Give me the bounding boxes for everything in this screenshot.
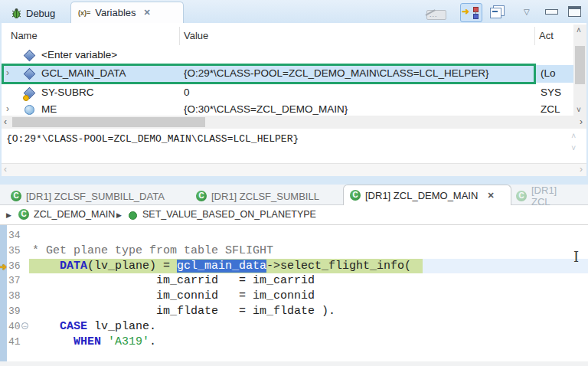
code-editor[interactable]: 34 35 * Get plane type from table SFLIGH… — [0, 225, 588, 361]
code-line-37[interactable]: 37 im_carrid = im_carrid — [0, 273, 588, 289]
class-icon: C — [350, 190, 361, 201]
code-plain: lv_plane. — [87, 320, 156, 333]
table-header: Name Value Act — [2, 25, 586, 46]
view-menu-icon[interactable]: ▽ — [524, 8, 530, 16]
code-line-40[interactable]: 40 − CASE lv_plane. — [0, 319, 588, 335]
code-line-35[interactable]: 35 * Get plane type from table SFLIGHT — [0, 243, 588, 259]
table-row-sy-subrc[interactable]: SY-SUBRC 0 SYS — [2, 84, 574, 101]
object-instance-icon — [24, 105, 34, 115]
class-icon: C — [516, 191, 527, 201]
table-row-me[interactable]: › ME {O:30*\CLASS=ZCL_DEMO_MAIN} ZCL — [2, 101, 574, 116]
table-horizontal-scrollbar[interactable]: ‹ › — [2, 116, 586, 129]
editor-tabbar: C [DR1] ZCLSF_SUMBILL_DATA C [DR1] ZCLSF… — [0, 185, 588, 205]
logical-arrow: ➜ — [462, 6, 469, 17]
row-act: ZCL — [541, 103, 560, 115]
editor-tab-zcl-clipped[interactable]: C [DR1] ZCL_ — [510, 187, 588, 205]
ibeam-cursor: I — [573, 249, 579, 265]
scrollbar-thumb[interactable] — [575, 46, 585, 84]
collapse-all-icon[interactable] — [490, 5, 505, 18]
editor-tab-label: [DR1] ZCLSF_SUMBILL_DATA — [26, 191, 165, 202]
column-separator[interactable] — [179, 27, 180, 45]
code-line-36-current[interactable]: ➜ 36 DATA(lv_plane) = gcl_main_data->sel… — [0, 259, 588, 274]
column-header-name[interactable]: Name — [11, 30, 38, 41]
line-number[interactable]: 38 — [8, 289, 21, 304]
scroll-up-icon[interactable]: ˄ — [577, 26, 581, 34]
scroll-down-icon[interactable]: ˅ — [577, 106, 581, 114]
fold-collapse-icon[interactable]: − — [21, 322, 28, 329]
row-name: <Enter variable> — [41, 49, 117, 60]
code-plain — [32, 335, 74, 348]
variables-table: Name Value Act <Enter variable> › GCL_MA… — [2, 23, 586, 116]
tab-close-icon[interactable]: ✕ — [487, 191, 494, 201]
code-line-41[interactable]: 41 WHEN 'A319'. — [0, 335, 588, 350]
breadcrumb-arrow-icon[interactable]: ▶ — [6, 211, 11, 219]
maximize-icon[interactable] — [568, 6, 581, 17]
code-plain — [101, 335, 108, 348]
breadcrumb-arrow-icon[interactable]: ▶ — [116, 211, 122, 219]
line-number[interactable]: 37 — [8, 273, 21, 289]
view-tabbar: Debug (x)= Variables ✕ ... ➜ ▽ — [0, 0, 588, 23]
code-lines: 34 35 * Get plane type from table SFLIGH… — [0, 228, 588, 349]
debug-bug-icon — [11, 8, 22, 19]
tab-variables[interactable]: (x)= Variables ✕ — [70, 2, 184, 23]
variable-icon — [24, 50, 36, 62]
scroll-right-icon[interactable]: › — [580, 164, 583, 175]
view-close-icon[interactable]: ✕ — [144, 8, 151, 18]
code-line-39[interactable]: 39 im_fldate = im_fldate ). — [0, 304, 588, 319]
detail-scroll-down-icon[interactable]: ˅ — [571, 144, 576, 152]
scrollbar-thumb[interactable] — [12, 117, 205, 127]
line-number[interactable]: 40 — [8, 319, 21, 335]
logical-node-blue — [473, 14, 479, 19]
variables-icon: (x)= — [78, 9, 90, 17]
code-comment: * Get plane type from table SFLIGHT — [32, 244, 273, 257]
code-line-38[interactable]: 38 im_connid = im_connid — [0, 289, 588, 304]
breadcrumb: ▶ C ZCL_DEMO_MAIN ▶ SET_VALUE_BASED_ON_P… — [0, 205, 588, 225]
expand-chevron-icon[interactable]: › — [6, 103, 9, 114]
class-icon: C — [11, 191, 21, 201]
line-number[interactable]: 41 — [8, 335, 21, 350]
editor-tab-zcl-demo-main[interactable]: C [DR1] ZCL_DEMO_MAIN ✕ — [343, 185, 511, 205]
minimize-icon[interactable] — [545, 9, 558, 15]
row-name: ME — [41, 103, 57, 115]
show-logical-structure-icon[interactable]: ➜ — [460, 3, 482, 22]
code-plain — [32, 260, 60, 273]
code-plain: ->select_flight_info( — [266, 260, 411, 273]
tab-debug[interactable]: Debug — [5, 3, 61, 23]
collapse-all-front — [490, 8, 501, 18]
line-number[interactable]: 35 — [8, 243, 21, 259]
variable-detail-pane[interactable]: {O:29*\CLASS-POOL=ZCL_DEMO_MAIN\CLASS=LC… — [2, 129, 586, 163]
detail-value-text[interactable]: {O:29*\CLASS-POOL=ZCL_DEMO_MAIN\CLASS=LC… — [6, 133, 299, 145]
show-type-names-icon: ... — [423, 7, 446, 18]
scroll-right-icon[interactable]: › — [580, 116, 583, 127]
column-separator[interactable] — [534, 27, 535, 45]
table-row-enter-variable[interactable]: <Enter variable> — [2, 47, 574, 64]
row-value: 0 — [184, 87, 533, 98]
code-plain: . — [149, 335, 156, 348]
line-number[interactable]: 34 — [8, 228, 21, 243]
column-header-act[interactable]: Act — [539, 30, 554, 41]
code-plain: im_connid = im_connid — [32, 289, 315, 302]
detail-horizontal-scrollbar[interactable]: ‹ › — [2, 163, 586, 176]
annotation-highlight-box — [2, 64, 536, 84]
code-line-34[interactable]: 34 — [0, 228, 588, 243]
scroll-left-icon[interactable]: ‹ — [4, 116, 7, 127]
editor-tab-label: [DR1] ZCL_ — [531, 185, 582, 208]
value-changed-dot-icon — [23, 95, 29, 101]
detail-scroll-up-icon[interactable]: ˄ — [571, 132, 576, 140]
code-keyword: DATA — [60, 260, 87, 273]
scroll-left-icon[interactable]: ‹ — [4, 164, 7, 175]
line-number[interactable]: 39 — [8, 304, 21, 319]
breadcrumb-class[interactable]: ZCL_DEMO_MAIN — [34, 209, 115, 220]
code-plain: (lv_plane) = — [87, 260, 177, 273]
tab-debug-label: Debug — [26, 8, 55, 19]
table-vertical-scrollbar[interactable]: ˄ ˅ — [573, 25, 586, 116]
editor-tab-zclsf-sumbill-data[interactable]: C [DR1] ZCLSF_SUMBILL_DATA — [5, 187, 171, 205]
editor-tab-zclsf-sumbill[interactable]: C [DR1] ZCLSF_SUMBILL — [190, 187, 325, 205]
line-number[interactable]: 36 — [8, 259, 21, 274]
column-header-value[interactable]: Value — [184, 30, 208, 41]
breadcrumb-method[interactable]: SET_VALUE_BASED_ON_PLANETYPE — [142, 209, 316, 220]
collapse-all-minus — [492, 11, 498, 12]
editor-tab-label: [DR1] ZCL_DEMO_MAIN — [365, 190, 478, 201]
debug-instruction-pointer-icon: ➜ — [0, 260, 7, 275]
selected-token: gcl_main_data — [177, 260, 266, 273]
